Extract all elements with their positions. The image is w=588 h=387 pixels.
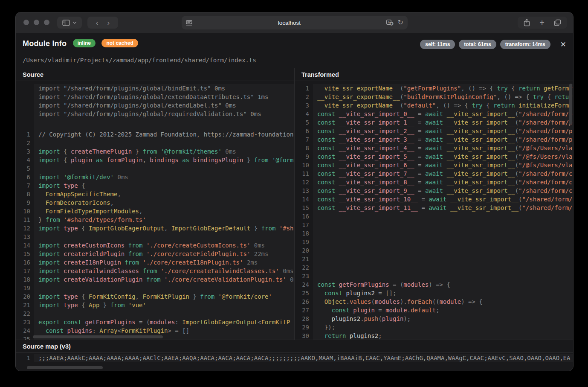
line-content: __vite_ssr_exportName__("default", () =>… xyxy=(313,101,573,110)
line-content xyxy=(34,164,294,173)
line-content: const __vite_ssr_import_8__ = await __vi… xyxy=(313,178,573,186)
code-line: 12const __vite_ssr_import_8__ = await __… xyxy=(295,178,573,186)
line-content: import "/shared/form/plugins/global/requ… xyxy=(34,110,294,118)
browser-window: ‹ › localhost A xyxy=(15,12,574,371)
code-line: 28 plugins2.push(plugin); xyxy=(295,314,573,323)
code-line: 15import createFieldPlugin from './core/… xyxy=(16,250,294,258)
line-number: 2 xyxy=(16,139,34,147)
minimize-window-button[interactable] xyxy=(34,20,39,25)
nav-divider xyxy=(103,19,103,26)
code-line: 11} from '#shared/types/form.ts' xyxy=(16,215,294,224)
line-number: 12 xyxy=(16,224,34,233)
back-button[interactable]: ‹ xyxy=(94,19,100,26)
zoom-window-button[interactable] xyxy=(44,20,49,25)
new-tab-button[interactable]: + xyxy=(539,18,545,27)
transformed-code-view[interactable]: 1__vite_ssr_exportName__("getFormPlugins… xyxy=(295,81,573,340)
line-number: 22 xyxy=(16,309,34,318)
line-content: const plugins2 = []; xyxy=(313,289,573,297)
line-number: 20 xyxy=(295,246,313,255)
line-content xyxy=(313,212,573,221)
line-number: 16 xyxy=(16,258,34,267)
code-line: 24 const plugins: Array<FormKitPlugin> =… xyxy=(16,326,294,335)
line-content xyxy=(313,263,573,272)
source-horizontal-scrollbar[interactable] xyxy=(33,335,163,338)
traffic-lights xyxy=(23,20,49,25)
line-number xyxy=(16,93,34,101)
source-code-view[interactable]: import "/shared/form/plugins/global/bind… xyxy=(16,81,294,340)
url-text: localhost xyxy=(192,20,386,26)
line-content xyxy=(313,255,573,263)
line-number: 7 xyxy=(16,181,34,190)
module-info-header: Module Info inline not cached self: 11ms… xyxy=(16,33,573,53)
line-number: 3 xyxy=(16,147,34,156)
line-number: 18 xyxy=(295,229,313,238)
line-number: 6 xyxy=(16,173,34,181)
line-number: 5 xyxy=(16,164,34,173)
forward-button[interactable]: › xyxy=(106,19,112,26)
line-content: const __vite_ssr_import_10__ = await __v… xyxy=(313,195,573,204)
line-number: 24 xyxy=(295,280,313,289)
code-line: 5const __vite_ssr_import_1__ = await __v… xyxy=(295,118,573,127)
code-line: 20import type { FormKitConfig, FormKitPl… xyxy=(16,292,294,301)
line-content: const __vite_ssr_import_3__ = await __vi… xyxy=(313,135,573,144)
line-number: 19 xyxy=(295,238,313,246)
code-line: import "/shared/form/plugins/global/bind… xyxy=(16,84,294,93)
source-panel: Source import "/shared/form/plugins/glob… xyxy=(16,68,295,340)
sourcemap-horizontal-scrollbar[interactable] xyxy=(27,366,103,369)
line-content: FormFieldTypeImportModules, xyxy=(34,207,294,215)
code-line: import "/shared/form/plugins/global/exte… xyxy=(16,93,294,101)
reload-icon[interactable]: ↻ xyxy=(398,19,403,26)
code-line: 29 }); xyxy=(295,323,573,332)
code-line: 17 xyxy=(295,221,573,229)
toolbar-right-buttons: + xyxy=(518,17,567,29)
code-line: 18 xyxy=(295,229,573,238)
line-number: 14 xyxy=(16,241,34,250)
line-content xyxy=(34,233,294,241)
line-number: 15 xyxy=(295,204,313,212)
page-title: Module Info xyxy=(23,39,67,48)
line-number: 6 xyxy=(295,127,313,135)
line-content: const __vite_ssr_import_4__ = await __vi… xyxy=(313,144,573,152)
line-content: const plugins: Array<FormKitPlugin> = [] xyxy=(34,326,294,335)
module-inspector-page: Module Info inline not cached self: 11ms… xyxy=(16,33,573,371)
line-number: 11 xyxy=(16,215,34,224)
line-number xyxy=(16,101,34,110)
code-line: 16import createI18nPlugin from './core/c… xyxy=(16,258,294,267)
line-number: 1 xyxy=(16,354,34,362)
line-content: const __vite_ssr_import_6__ = await __vi… xyxy=(313,161,573,169)
translate-icon[interactable]: A ✱ xyxy=(386,20,394,26)
line-number: 17 xyxy=(295,221,313,229)
transformed-vertical-scrollbar[interactable] xyxy=(569,84,572,125)
code-panels: Source import "/shared/form/plugins/glob… xyxy=(16,68,573,340)
code-line: 10const __vite_ssr_import_6__ = await __… xyxy=(295,161,573,169)
line-content: ;;;AAEA;AAAkC;AAAA;AAAA;AAAA;AAClC;AAEA;… xyxy=(34,354,573,362)
line-number: 9 xyxy=(16,198,34,207)
chevron-down-icon xyxy=(72,21,77,24)
line-content xyxy=(313,272,573,280)
code-line: 26 Object.values(modules).forEach((modul… xyxy=(295,297,573,306)
code-line: 9 FormDecoratorIcons, xyxy=(16,198,294,207)
line-number: 21 xyxy=(16,301,34,309)
line-content xyxy=(34,139,294,147)
tab-overview-icon[interactable] xyxy=(554,19,561,26)
code-line: 14import createCustomIcons from './core/… xyxy=(16,241,294,250)
address-bar[interactable]: localhost A ✱ ↻ xyxy=(182,16,408,29)
line-content: import createI18nPlugin from './core/cre… xyxy=(34,258,294,267)
sidebar-toggle-button[interactable] xyxy=(57,17,82,29)
close-window-button[interactable] xyxy=(23,20,29,25)
line-number: 18 xyxy=(16,275,34,284)
code-line xyxy=(16,118,294,130)
line-content: } from '#shared/types/form.ts' xyxy=(34,215,294,224)
line-number: 19 xyxy=(16,284,34,292)
code-line: 23export const getFormPlugins = (modules… xyxy=(16,318,294,326)
sidebar-icon xyxy=(62,20,70,26)
share-icon[interactable] xyxy=(524,19,530,26)
line-content: import createCustomIcons from './core/cr… xyxy=(34,241,294,250)
reader-mode-icon[interactable] xyxy=(186,20,192,26)
code-line: import "/shared/form/plugins/global/exte… xyxy=(16,101,294,110)
close-panel-button[interactable]: ✕ xyxy=(560,41,566,48)
code-line: 22 xyxy=(295,263,573,272)
code-line: 21 xyxy=(295,255,573,263)
sourcemap-title: Source map (v3) xyxy=(16,340,573,353)
line-content: export const getFormPlugins = (modules: … xyxy=(34,318,294,326)
